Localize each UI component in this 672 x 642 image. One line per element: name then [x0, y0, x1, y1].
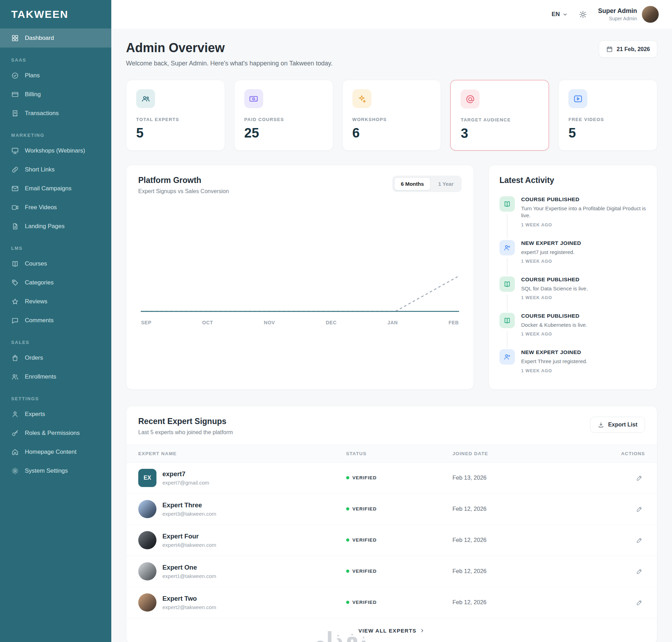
page-header-text: Admin Overview Welcome back, Super Admin… — [126, 41, 332, 67]
expert-name: Expert Four — [162, 532, 216, 540]
expert-name: Expert Two — [162, 595, 216, 602]
sidebar-item-system-settings[interactable]: System Settings — [0, 461, 111, 480]
activity-list: COURSE PUBLISHED Turn Your Expertise int… — [499, 196, 646, 386]
page-subtitle: Welcome back, Super Admin. Here's what's… — [126, 60, 332, 67]
sidebar-item-landing-pages[interactable]: Landing Pages — [0, 217, 111, 236]
sun-icon — [579, 10, 587, 19]
stat-card-workshops[interactable]: WORKSHOPS 6 — [342, 80, 441, 151]
status-badge: VERIFIED — [346, 569, 453, 574]
at-sign-icon — [461, 90, 479, 108]
sidebar-item-homepage-content[interactable]: Homepage Content — [0, 443, 111, 461]
joined-date: Feb 12, 2026 — [453, 537, 569, 543]
main-panel: Admin Overview Welcome back, Super Admin… — [111, 29, 672, 642]
sidebar-item-dashboard[interactable]: Dashboard — [0, 29, 111, 48]
actions-cell — [569, 599, 645, 606]
stat-card-total-experts[interactable]: TOTAL EXPERTS 5 — [126, 80, 225, 151]
sidebar-item-billing[interactable]: Billing — [0, 85, 111, 104]
activity-item-title: COURSE PUBLISHED — [521, 276, 588, 283]
sidebar-item-plans[interactable]: Plans — [0, 66, 111, 85]
sidebar-item-workshops[interactable]: Workshops (Webinars) — [0, 141, 111, 160]
stat-label: WORKSHOPS — [352, 117, 431, 122]
joined-date: Feb 12, 2026 — [453, 506, 569, 512]
book-icon — [499, 313, 515, 328]
range-1-year-button[interactable]: 1 Year — [432, 177, 460, 190]
language-selector[interactable]: EN — [552, 11, 568, 18]
content-area: EN Super Admin Super Admin Admin Overvie… — [111, 0, 672, 642]
timeline-rail — [507, 331, 507, 348]
book-icon — [499, 276, 515, 292]
pencil-icon — [636, 568, 643, 575]
sidebar-item-enrollments[interactable]: Enrollments — [0, 367, 111, 386]
activity-item-time: 1 WEEK AGO — [521, 259, 581, 264]
user-menu[interactable]: Super Admin Super Admin — [598, 6, 659, 23]
stat-value: 6 — [352, 126, 431, 141]
actions-cell — [569, 537, 645, 544]
sidebar-item-orders[interactable]: Orders — [0, 348, 111, 367]
edit-button[interactable] — [636, 506, 643, 513]
sidebar-item-label: Homepage Content — [25, 449, 76, 456]
language-label: EN — [552, 11, 560, 18]
sidebar-item-comments[interactable]: Comments — [0, 311, 111, 330]
range-6-months-button[interactable]: 6 Months — [394, 177, 430, 190]
activity-item-time: 1 WEEK AGO — [521, 223, 646, 227]
sidebar-item-label: Comments — [25, 317, 54, 324]
chevron-right-icon — [420, 628, 425, 633]
expert-name-cell: Expert Four expert4@takween.com — [138, 531, 346, 549]
view-all-experts-link[interactable]: VIEW ALL EXPERTS — [126, 618, 657, 642]
sidebar-section-lms: LMS — [0, 236, 111, 254]
sidebar-item-label: Enrollments — [25, 373, 56, 380]
sidebar-item-label: Dashboard — [25, 35, 54, 42]
sidebar-item-reviews[interactable]: Reviews — [0, 292, 111, 311]
timeline-rail — [507, 295, 507, 311]
status-label: VERIFIED — [352, 600, 377, 605]
expert-name: Expert Three — [162, 501, 216, 509]
gear-icon — [11, 467, 19, 475]
sidebar-item-categories[interactable]: Categories — [0, 273, 111, 292]
stat-card-paid-courses[interactable]: PAID COURSES 25 — [234, 80, 333, 151]
edit-button[interactable] — [636, 568, 643, 575]
presentation-icon — [11, 147, 19, 155]
stat-card-target-audience[interactable]: TARGET AUDIENCE 3 — [450, 80, 549, 151]
date-badge: 21 Feb, 2026 — [599, 41, 657, 58]
expert-identity: Expert Four expert4@takween.com — [162, 532, 216, 548]
joined-date: Feb 12, 2026 — [453, 568, 569, 574]
sidebar-section-saas: SAAS — [0, 48, 111, 66]
sidebar-item-courses[interactable]: Courses — [0, 254, 111, 273]
key-icon — [11, 429, 19, 437]
users-icon — [11, 373, 19, 381]
export-list-button[interactable]: Export List — [590, 417, 645, 433]
stat-card-free-videos[interactable]: FREE VIDEOS 5 — [558, 80, 657, 151]
sidebar-item-roles-permissions[interactable]: Roles & Permissions — [0, 424, 111, 443]
timeline-rail — [507, 258, 507, 275]
expert-identity: Expert One expert1@takween.com — [162, 564, 216, 579]
sidebar-item-email-campaigns[interactable]: Email Campaigns — [0, 179, 111, 198]
avatar[interactable] — [642, 6, 659, 23]
table-subtitle: Last 5 experts who joined the platform — [138, 429, 233, 436]
expert-email: expert4@takween.com — [162, 542, 216, 548]
edit-button[interactable] — [636, 474, 643, 481]
edit-button[interactable] — [636, 537, 643, 544]
table-row: Expert Three expert3@takween.com VERIFIE… — [126, 494, 657, 525]
activity-item-title: NEW EXPERT JOINED — [521, 240, 581, 246]
user-plus-icon — [499, 240, 515, 255]
activity-item-time: 1 WEEK AGO — [521, 295, 588, 300]
file-icon — [11, 223, 19, 230]
sidebar-item-free-videos[interactable]: Free Videos — [0, 198, 111, 217]
sidebar-item-experts[interactable]: Experts — [0, 405, 111, 424]
stat-value: 25 — [244, 126, 323, 141]
sidebar-item-transactions[interactable]: Transactions — [0, 104, 111, 123]
video-camera-icon — [11, 204, 19, 211]
expert-name: Expert One — [162, 564, 216, 571]
sidebar-item-label: Billing — [25, 91, 41, 98]
edit-button[interactable] — [636, 599, 643, 606]
stat-value: 5 — [568, 126, 647, 141]
page-title: Admin Overview — [126, 41, 332, 55]
activity-body: COURSE PUBLISHED SQL for Data Science is… — [521, 276, 588, 300]
sidebar-item-label: Categories — [25, 279, 54, 286]
sidebar-item-short-links[interactable]: Short Links — [0, 160, 111, 179]
theme-toggle-button[interactable] — [579, 10, 587, 19]
user-role: Super Admin — [598, 16, 637, 21]
user-name: Super Admin — [598, 7, 637, 15]
expert-identity: Expert Two expert2@takween.com — [162, 595, 216, 610]
avatar: EX — [138, 469, 156, 487]
